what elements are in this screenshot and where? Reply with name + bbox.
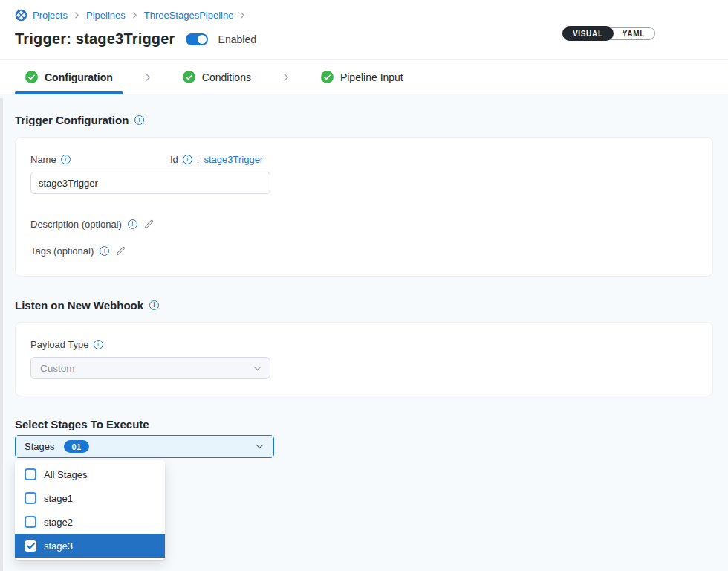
menu-item-stage3[interactable]: stage3 (15, 534, 165, 558)
info-icon[interactable] (128, 219, 137, 229)
tab-configuration[interactable]: Configuration (15, 60, 123, 94)
chevron-right-icon (281, 60, 291, 94)
toggle-knob (198, 35, 207, 44)
chevron-right-icon (73, 11, 81, 19)
tab-pipeline-input[interactable]: Pipeline Input (311, 60, 414, 94)
enabled-toggle[interactable] (186, 33, 208, 45)
page-edge-strip (0, 98, 3, 571)
info-icon[interactable] (149, 300, 159, 310)
checkbox-unchecked[interactable] (25, 516, 36, 528)
webhook-heading: Listen on New Webhook (15, 299, 713, 312)
chevron-right-icon (143, 60, 153, 94)
id-label: Id (170, 154, 178, 165)
section-title: Select Stages To Execute (15, 418, 149, 430)
payload-type-select[interactable]: Custom (30, 357, 270, 379)
breadcrumb-link-pipeline-name[interactable]: ThreeStagesPipeline (144, 10, 234, 21)
name-input[interactable] (30, 172, 270, 194)
menu-item-label: stage3 (44, 541, 73, 552)
name-field-label: Name (30, 154, 170, 165)
checkbox-unchecked[interactable] (25, 492, 36, 504)
tab-label: Conditions (202, 71, 251, 83)
trigger-page: Projects Pipelines ThreeStagesPipeline T… (0, 0, 728, 571)
selected-count-badge: 01 (64, 440, 88, 453)
trigger-configuration-card: Name Id : stage3Trigger Description (opt… (15, 137, 713, 277)
info-icon[interactable] (100, 246, 109, 256)
menu-item-label: stage1 (44, 493, 73, 504)
menu-item-stage1[interactable]: stage1 (15, 486, 165, 510)
page-title: Trigger: stage3Trigger (15, 30, 175, 48)
breadcrumb-link-projects[interactable]: Projects (33, 10, 68, 21)
info-icon[interactable] (61, 155, 71, 164)
breadcrumb-link-pipelines[interactable]: Pipelines (86, 10, 126, 21)
tags-row: Tags (optional) (30, 245, 698, 257)
stages-dropdown-label: Stages (25, 441, 54, 452)
menu-item-all-stages[interactable]: All Stages (15, 462, 165, 486)
edit-tags-icon[interactable] (115, 245, 126, 257)
visual-yaml-toggle: VISUAL YAML (562, 27, 655, 40)
section-title: Listen on New Webhook (15, 299, 143, 312)
id-separator: : (197, 154, 200, 165)
tags-label: Tags (optional) (30, 245, 94, 257)
section-title: Trigger Configuration (15, 114, 129, 126)
checkbox-checked[interactable] (25, 540, 36, 552)
tab-label: Pipeline Input (340, 71, 403, 83)
chevron-down-icon (253, 364, 262, 373)
tab-conditions[interactable]: Conditions (172, 60, 261, 94)
chevron-right-icon (238, 11, 247, 19)
project-logo-icon (15, 9, 27, 22)
info-icon[interactable] (183, 155, 192, 164)
info-icon[interactable] (94, 340, 103, 349)
menu-item-stage2[interactable]: stage2 (15, 510, 165, 534)
info-icon[interactable] (134, 115, 144, 125)
description-label: Description (optional) (30, 219, 122, 230)
trigger-id-value[interactable]: stage3Trigger (204, 154, 263, 165)
checkbox-unchecked[interactable] (25, 468, 36, 480)
check-circle-icon (321, 71, 334, 83)
main-content: Trigger Configuration Name Id : stage3Tr… (0, 94, 728, 560)
chevron-right-icon (131, 11, 139, 19)
wizard-tabbar: Configuration Conditions Pipeline Input (0, 60, 728, 94)
description-row: Description (optional) (30, 219, 698, 230)
trigger-configuration-heading: Trigger Configuration (15, 114, 713, 126)
edit-description-icon[interactable] (143, 219, 155, 230)
page-header: Projects Pipelines ThreeStagesPipeline T… (0, 0, 728, 60)
menu-item-label: All Stages (44, 469, 88, 480)
select-stages-heading: Select Stages To Execute (15, 418, 713, 430)
tab-label: Configuration (45, 71, 113, 83)
webhook-card: Payload Type Custom (15, 322, 713, 396)
stages-multiselect-dropdown[interactable]: Stages 01 (15, 435, 274, 458)
visual-toggle-button[interactable]: VISUAL (562, 26, 614, 41)
chevron-down-icon (255, 442, 264, 451)
trigger-id: Id : stage3Trigger (170, 154, 263, 165)
payload-type-value: Custom (40, 363, 75, 374)
enabled-label: Enabled (218, 33, 256, 45)
breadcrumb: Projects Pipelines ThreeStagesPipeline (15, 9, 713, 22)
check-circle-icon (25, 71, 38, 83)
stages-dropdown-menu: All Stages stage1 stage2 stage3 (15, 460, 165, 560)
check-circle-icon (183, 71, 195, 83)
payload-type-label: Payload Type (30, 339, 698, 350)
yaml-toggle-button[interactable]: YAML (612, 26, 655, 41)
menu-item-label: stage2 (44, 517, 73, 528)
